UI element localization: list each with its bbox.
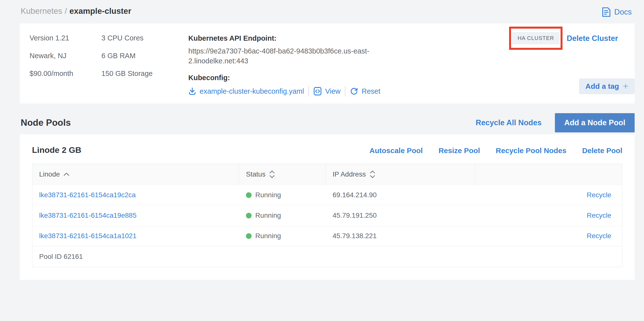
recycle-node-button[interactable]: Recycle <box>587 191 611 199</box>
column-header-ip-address: IP Address <box>326 164 475 185</box>
delete-cluster-button[interactable]: Delete Cluster <box>567 34 618 43</box>
chevron-up-down-icon <box>269 170 275 179</box>
divider <box>345 86 346 96</box>
ha-cluster-badge: HA CLUSTER <box>512 32 559 44</box>
node-link[interactable]: lke38731-62161-6154ca19c2ca <box>39 191 136 199</box>
column-header-status: Status <box>239 164 326 185</box>
add-node-pool-button[interactable]: Add a Node Pool <box>555 113 635 132</box>
cluster-specs-column-2: 3 CPU Cores 6 GB RAM 150 GB Storage <box>102 34 188 96</box>
kubeconfig-file-name: example-cluster-kubeconfig.yaml <box>200 87 304 95</box>
topbar: Kubernetes/example-cluster Docs <box>0 0 644 20</box>
ip-address: 45.79.138.221 <box>326 232 475 240</box>
delete-pool-button[interactable]: Delete Pool <box>582 146 622 155</box>
ip-address: 45.79.191.250 <box>326 212 475 219</box>
recycle-pool-nodes-button[interactable]: Recycle Pool Nodes <box>496 146 566 155</box>
column-header-linode: Linode <box>32 164 239 185</box>
cluster-ram: 6 GB RAM <box>102 52 188 60</box>
chevron-up-icon <box>63 172 70 176</box>
status-label: Running <box>255 191 281 199</box>
reset-icon <box>350 87 358 96</box>
breadcrumb: Kubernetes/example-cluster <box>21 7 131 16</box>
sort-by-status[interactable]: Status <box>246 170 275 179</box>
kubeconfig-label: Kubeconfig: <box>188 73 393 82</box>
table-row: lke38731-62161-6154ca19e885 Running 45.7… <box>32 205 622 226</box>
breadcrumb-separator: / <box>65 7 67 16</box>
status-running-dot-icon <box>246 213 252 218</box>
status-cell: Running <box>239 212 326 219</box>
resize-pool-button[interactable]: Resize Pool <box>438 146 480 155</box>
node-pools-header: Node Pools Recycle All Nodes Add a Node … <box>20 112 635 133</box>
status-label: Running <box>255 212 281 219</box>
kubeconfig-view-link[interactable]: View <box>314 87 340 96</box>
cluster-price: $90.00/month <box>30 69 102 78</box>
table-header-row: Linode Status <box>32 164 622 185</box>
kubeconfig-reset-link[interactable]: Reset <box>350 87 380 96</box>
node-pools-title: Node Pools <box>21 118 71 128</box>
autoscale-pool-button[interactable]: Autoscale Pool <box>370 146 423 155</box>
status-cell: Running <box>239 232 326 240</box>
view-label: View <box>325 87 340 95</box>
cluster-storage: 150 GB Storage <box>102 69 188 78</box>
docs-icon <box>602 8 611 17</box>
status-running-dot-icon <box>246 192 252 198</box>
code-file-icon <box>314 87 322 96</box>
add-tag-button[interactable]: Add a tag + <box>579 78 635 94</box>
cluster-cpu: 3 CPU Cores <box>102 34 188 42</box>
api-endpoint-url: https://9e2a7307-b6ac-408f-ba62-9483b0b3… <box>188 46 393 66</box>
chevron-up-down-icon <box>369 170 376 179</box>
sort-by-linode[interactable]: Linode <box>39 170 70 178</box>
recycle-node-button[interactable]: Recycle <box>587 212 611 219</box>
breadcrumb-kubernetes-link[interactable]: Kubernetes <box>21 7 62 16</box>
node-table: Linode Status <box>32 164 622 267</box>
node-link[interactable]: lke38731-62161-6154ca1a1021 <box>39 232 136 240</box>
divider <box>308 86 309 96</box>
kubeconfig-download-link[interactable]: example-cluster-kubeconfig.yaml <box>188 87 304 95</box>
status-running-dot-icon <box>246 233 252 239</box>
download-icon <box>188 87 196 95</box>
table-row: lke38731-62161-6154ca19c2ca Running 69.1… <box>32 185 622 205</box>
red-annotation-box: HA CLUSTER <box>509 27 562 50</box>
status-column-label: Status <box>246 170 266 178</box>
status-label: Running <box>255 232 281 240</box>
node-pool-card: Linode 2 GB Autoscale Pool Resize Pool R… <box>20 134 635 280</box>
ip-address-column-label: IP Address <box>332 170 366 178</box>
kubeconfig-actions-row: example-cluster-kubeconfig.yaml View <box>188 86 393 96</box>
reset-label: Reset <box>362 87 380 95</box>
node-link[interactable]: lke38731-62161-6154ca19e885 <box>39 212 136 219</box>
recycle-node-button[interactable]: Recycle <box>587 232 611 240</box>
api-endpoint-block: Kubernetes API Endpoint: https://9e2a730… <box>188 34 393 96</box>
docs-label: Docs <box>614 8 632 17</box>
linode-column-label: Linode <box>39 170 60 178</box>
cluster-version: Version 1.21 <box>30 34 102 42</box>
api-endpoint-label: Kubernetes API Endpoint: <box>188 34 393 43</box>
ip-address: 69.164.214.90 <box>326 191 475 199</box>
pool-header: Linode 2 GB Autoscale Pool Resize Pool R… <box>32 145 622 155</box>
recycle-all-nodes-button[interactable]: Recycle All Nodes <box>476 118 542 127</box>
table-row: lke38731-62161-6154ca1a1021 Running 45.7… <box>32 226 622 246</box>
cluster-summary-card: Version 1.21 Newark, NJ $90.00/month 3 C… <box>20 24 635 104</box>
status-cell: Running <box>239 191 326 199</box>
pool-actions: Autoscale Pool Resize Pool Recycle Pool … <box>370 146 622 155</box>
add-tag-label: Add a tag <box>586 82 619 90</box>
cluster-region: Newark, NJ <box>30 52 102 60</box>
plus-icon: + <box>623 83 628 90</box>
pool-name: Linode 2 GB <box>32 145 81 155</box>
column-header-actions <box>475 164 622 185</box>
docs-link[interactable]: Docs <box>602 8 632 17</box>
sort-by-ip-address[interactable]: IP Address <box>332 170 376 179</box>
pool-id-footer: Pool ID 62161 <box>32 246 622 267</box>
breadcrumb-cluster-name: example-cluster <box>70 7 131 16</box>
cluster-specs-column-1: Version 1.21 Newark, NJ $90.00/month <box>30 34 102 96</box>
